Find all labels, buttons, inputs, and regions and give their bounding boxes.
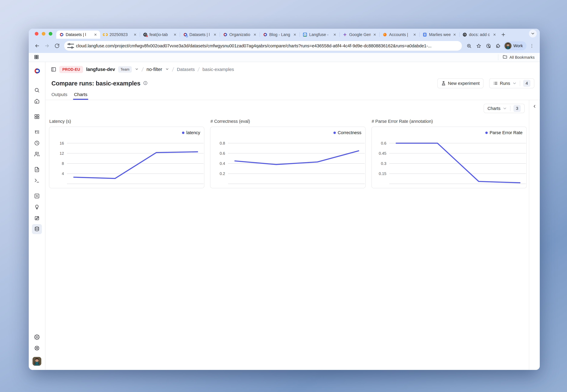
sidebar-item-tracing[interactable] (32, 127, 42, 137)
legend-dot (182, 132, 184, 134)
sidebar-item-search[interactable] (32, 85, 42, 95)
browser-tab[interactable]: Organizatio (220, 30, 260, 39)
org-chevron-down-icon[interactable] (135, 67, 139, 72)
tab-charts[interactable]: Charts (74, 92, 87, 100)
chart-card[interactable]: 0.20.40.60.8Correctness (210, 126, 366, 188)
settings-icon (34, 334, 40, 340)
new-tab-button[interactable] (499, 30, 507, 39)
browser-tab[interactable]: Blog - Lang (260, 30, 299, 39)
chart-block: # Parse Error Rate (annotation)0.150.30.… (371, 119, 527, 188)
sidebar-item-playground[interactable] (32, 176, 42, 186)
tab-close-icon[interactable] (293, 32, 297, 37)
chevron-left-icon[interactable] (532, 104, 537, 109)
tab-title: Organizatio (229, 32, 251, 37)
chart-card[interactable]: 481216latency (49, 126, 204, 188)
sidebar-item-prompts[interactable] (32, 165, 42, 175)
svg-text:0.15: 0.15 (379, 171, 386, 176)
chart-card[interactable]: 0.150.30.450.6Parse Error Rate (371, 126, 527, 188)
bookmark-star-icon[interactable] (474, 42, 483, 50)
calendar-6-favicon: 6 (303, 32, 307, 37)
colab-favicon (103, 32, 108, 37)
breadcrumb-dataset-name[interactable]: basic-examples (202, 67, 234, 72)
sidebar-item-home[interactable] (32, 96, 42, 106)
breadcrumb: PROD-EU langfuse-dev Team / no-filter / … (45, 62, 540, 77)
sidebar-item-users[interactable] (32, 149, 42, 159)
info-icon[interactable] (143, 81, 148, 86)
profile-avatar (505, 42, 511, 49)
url-text[interactable]: cloud.langfuse.com/project/cmfwgv8fx002o… (76, 43, 458, 48)
sidebar-item-evals[interactable] (32, 191, 42, 201)
legend-label: latency (186, 130, 200, 135)
tab-close-icon[interactable] (492, 32, 497, 37)
zoom-window-button[interactable] (49, 32, 52, 36)
tab-close-icon[interactable] (452, 32, 457, 37)
site-settings-icon[interactable] (67, 42, 75, 49)
browser-tab[interactable]: 6Langfuse - (300, 30, 340, 39)
tab-title: docs: add c (469, 32, 490, 37)
langfuse-logo[interactable] (33, 68, 40, 74)
sidebar-item-settings[interactable] (32, 332, 42, 342)
browser-tab[interactable]: Accounts | (380, 30, 419, 39)
tab-close-icon[interactable] (412, 32, 417, 37)
tab-title: Datasets | l (189, 32, 211, 37)
browser-tab[interactable]: Google Gem (340, 30, 379, 39)
evals-icon (34, 193, 40, 199)
tab-close-icon[interactable] (333, 32, 337, 37)
password-manager-icon[interactable] (484, 42, 493, 50)
user-avatar[interactable] (32, 357, 41, 366)
gemini-favicon (342, 32, 347, 37)
reload-button[interactable] (53, 42, 61, 50)
all-bookmarks-button[interactable]: All Bookmarks (498, 54, 535, 60)
github-favicon (462, 32, 467, 37)
browser-profile-button[interactable]: Work (503, 41, 526, 50)
tab-close-icon[interactable] (93, 32, 98, 37)
sidebar-item-datasets[interactable] (32, 224, 42, 234)
back-button[interactable] (33, 42, 42, 50)
project-chevron-down-icon[interactable] (165, 67, 169, 72)
chart-legend: latency (182, 130, 200, 135)
new-experiment-button[interactable]: New experiment (437, 78, 484, 88)
close-window-button[interactable] (35, 32, 38, 36)
charts-dropdown[interactable]: Charts 3 (484, 104, 525, 113)
langfuse-favicon (59, 32, 64, 37)
sidebar-toggle-icon[interactable] (51, 67, 56, 72)
org-name[interactable]: langfuse-dev (86, 67, 115, 72)
charts-dropdown-label: Charts (488, 106, 500, 111)
tab-title: Datasets | l (66, 32, 91, 37)
flask-icon (441, 81, 446, 86)
cloud-orange-favicon (383, 32, 387, 37)
browser-tab[interactable]: docs: add c (460, 30, 499, 39)
project-name[interactable]: no-filter (146, 67, 162, 72)
extensions-icon[interactable] (494, 42, 502, 50)
users-icon (34, 151, 40, 157)
sidebar-item-sessions[interactable] (32, 138, 42, 148)
tab-close-icon[interactable] (133, 32, 137, 37)
docs-blue-favicon (422, 32, 427, 37)
breadcrumb-datasets-link[interactable]: Datasets (177, 67, 195, 72)
forward-button[interactable] (43, 42, 51, 50)
environment-badge[interactable]: PROD-EU (59, 66, 83, 73)
sidebar-item-annotation[interactable] (32, 213, 42, 223)
tab-search-button[interactable] (529, 30, 537, 38)
chart-block: Latency (s)481216latency (49, 119, 204, 188)
sidebar-item-dashboard[interactable] (32, 112, 42, 122)
sidebar-item-insights[interactable] (32, 202, 42, 212)
tab-outputs[interactable]: Outputs (51, 92, 67, 100)
sidebar-item-support[interactable] (32, 343, 42, 353)
minimize-window-button[interactable] (42, 32, 45, 36)
browser-menu-icon[interactable] (527, 42, 536, 50)
browser-tab[interactable]: Datasets | l (180, 30, 220, 39)
tab-close-icon[interactable] (173, 32, 177, 37)
apps-grid-icon[interactable] (34, 55, 39, 60)
browser-tab[interactable]: Marlies wee (420, 30, 459, 39)
browser-tab[interactable]: Datasets | l (56, 30, 100, 39)
browser-tab[interactable]: feat(io-tab (140, 30, 180, 39)
zoom-page-icon[interactable] (465, 42, 473, 50)
runs-dropdown[interactable]: Runs 4 (489, 78, 534, 88)
tab-close-icon[interactable] (372, 32, 377, 37)
browser-tab[interactable]: 20250923 (100, 30, 140, 39)
chevron-down-icon (512, 81, 517, 86)
tab-close-icon[interactable] (253, 32, 257, 37)
address-bar[interactable]: cloud.langfuse.com/project/cmfwgv8fx002o… (64, 41, 462, 51)
tab-close-icon[interactable] (213, 32, 217, 37)
